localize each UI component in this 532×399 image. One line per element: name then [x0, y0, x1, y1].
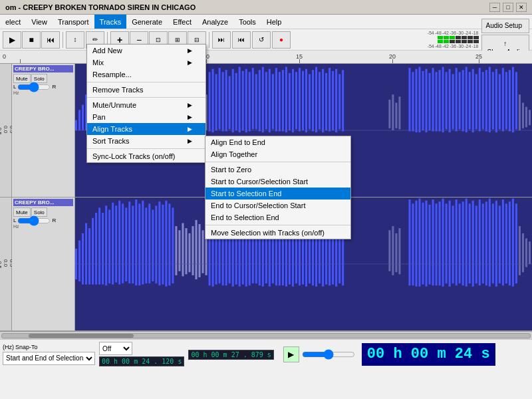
loop[interactable]: ↺: [252, 31, 271, 49]
svg-rect-210: [408, 200, 410, 285]
skip-start[interactable]: ⏭: [212, 31, 231, 49]
back-button[interactable]: ⏮: [41, 31, 60, 49]
svg-rect-122: [529, 110, 531, 125]
menu-sort-tracks[interactable]: Sort Tracks▶: [87, 135, 205, 147]
maximize-button[interactable]: □: [503, 3, 513, 12]
svg-rect-155: [175, 226, 177, 275]
selection-mode-select[interactable]: Start and End of Selection: [3, 352, 95, 365]
svg-rect-90: [422, 71, 424, 130]
svg-rect-227: [466, 199, 467, 287]
menu-sync-lock[interactable]: Sync-Lock Tracks (on/off): [87, 150, 205, 162]
horizontal-scrollbar[interactable]: [0, 331, 532, 339]
svg-rect-56: [259, 70, 261, 131]
start-to-zero[interactable]: Start to Zero: [205, 164, 350, 176]
scrollbar-thumb[interactable]: [29, 334, 134, 338]
svg-rect-228: [469, 203, 471, 283]
menu-elect[interactable]: elect: [0, 15, 26, 29]
ruler-tick-20: [392, 59, 393, 63]
move-selection-with-tracks[interactable]: Move Selection with Tracks (on/off): [205, 227, 350, 239]
title-text: om - CREEPY BROKEN TORNADO SIREN IN CHIC…: [5, 3, 489, 11]
svg-rect-42: [212, 69, 214, 132]
svg-rect-238: [502, 200, 504, 285]
svg-rect-103: [466, 67, 467, 132]
end-to-cursor[interactable]: End to Cursor/Selection Start: [205, 200, 350, 211]
minimize-button[interactable]: ─: [489, 3, 500, 12]
menu-effect[interactable]: Effect: [168, 15, 197, 29]
svg-rect-157: [182, 223, 184, 276]
toolbar1: ▶ ■ ⏮ ↕ ✏ + − ⊡ ⊞ ⊟ ⏭ ⏮ ↺ ● -54 -48 -42: [0, 29, 532, 51]
svg-rect-241: [512, 199, 514, 287]
menu-generate[interactable]: Generate: [126, 15, 168, 29]
svg-rect-119: [519, 94, 521, 130]
align-end-to-end[interactable]: Align End to End: [205, 136, 350, 148]
pan-slider-1[interactable]: [17, 84, 51, 90]
svg-rect-234: [489, 199, 491, 287]
menu-mix[interactable]: Mix▶: [87, 57, 205, 68]
svg-rect-163: [202, 230, 204, 273]
menu-align-tracks[interactable]: Align Tracks▶: [87, 123, 205, 135]
menu-analyze[interactable]: Analyze: [197, 15, 233, 29]
menu-help[interactable]: Help: [261, 15, 287, 29]
svg-rect-67: [295, 72, 297, 129]
skip-end[interactable]: ⏮: [232, 31, 251, 49]
start-to-selection-end[interactable]: Start to Selection End: [205, 188, 350, 200]
svg-rect-79: [335, 69, 337, 132]
svg-rect-118: [515, 72, 517, 129]
play-status-button[interactable]: ▶: [283, 346, 299, 362]
svg-rect-225: [459, 203, 461, 283]
svg-rect-131: [95, 213, 97, 285]
svg-rect-117: [512, 67, 514, 132]
svg-rect-88: [415, 69, 417, 132]
menu-remove-tracks[interactable]: Remove Tracks: [87, 84, 205, 96]
end-to-selection-end[interactable]: End to Selection End: [205, 211, 350, 223]
freq-select[interactable]: Off: [99, 342, 132, 355]
svg-rect-224: [456, 200, 458, 285]
svg-rect-94: [436, 72, 438, 131]
svg-rect-239: [505, 203, 507, 283]
svg-rect-159: [188, 233, 190, 272]
svg-rect-49: [235, 73, 237, 130]
record[interactable]: ●: [272, 31, 291, 49]
menu-tools[interactable]: Tools: [233, 15, 261, 29]
svg-rect-2: [78, 110, 80, 130]
svg-rect-115: [505, 72, 507, 129]
menu-resample[interactable]: Resample...: [87, 68, 205, 80]
svg-rect-229: [472, 201, 474, 287]
menu-transport[interactable]: Transport: [53, 15, 94, 29]
svg-rect-76: [325, 73, 327, 130]
menu-add-new[interactable]: Add New▶: [87, 45, 205, 57]
svg-rect-81: [342, 70, 344, 131]
align-together[interactable]: Align Together: [205, 148, 350, 160]
svg-rect-217: [432, 200, 434, 285]
pan-slider-2[interactable]: [17, 218, 51, 223]
svg-rect-102: [462, 70, 464, 131]
time-start-display: 00 h 00 m 24 . 120 s: [99, 356, 184, 366]
svg-rect-212: [415, 201, 417, 287]
menu-mute-unmute[interactable]: Mute/Unmute▶: [87, 99, 205, 111]
menu-tracks[interactable]: Tracks: [94, 15, 127, 29]
svg-rect-44: [219, 68, 221, 129]
svg-rect-214: [422, 203, 424, 285]
volume-slider[interactable]: [302, 349, 355, 360]
audio-setup-button[interactable]: Audio Setup: [481, 19, 530, 33]
svg-rect-209: [398, 228, 400, 274]
svg-rect-82: [388, 100, 390, 128]
svg-rect-3: [82, 105, 84, 130]
svg-rect-143: [135, 200, 137, 285]
svg-rect-139: [122, 203, 124, 283]
menu-view[interactable]: View: [26, 15, 53, 29]
svg-rect-46: [225, 70, 227, 131]
stop-button[interactable]: ■: [22, 31, 41, 49]
close-button[interactable]: ✕: [516, 3, 527, 12]
play-button[interactable]: ▶: [3, 31, 21, 49]
tool-select[interactable]: ↕: [66, 31, 84, 49]
track-side-label-2: 1.00.50.0-0.5-1.0: [0, 198, 11, 331]
tracks-menu: Add New▶ Mix▶ Resample... Remove Tracks …: [86, 44, 206, 163]
svg-rect-87: [412, 72, 414, 131]
start-to-cursor[interactable]: Start to Cursor/Selection Start: [205, 176, 350, 188]
sep2: [87, 97, 205, 98]
timeline-ruler: 0 10 15 20 25: [0, 51, 532, 64]
svg-rect-45: [222, 72, 224, 131]
sep3: [87, 148, 205, 149]
menu-pan[interactable]: Pan▶: [87, 111, 205, 123]
